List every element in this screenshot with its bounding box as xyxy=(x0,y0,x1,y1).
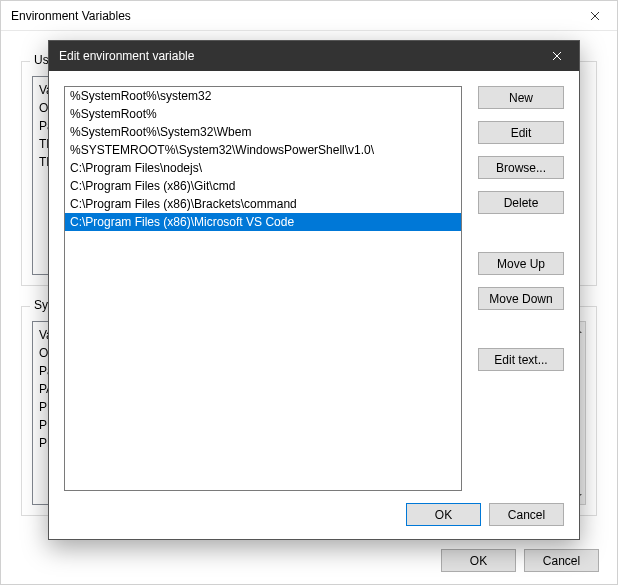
close-icon xyxy=(552,51,562,61)
edit-env-var-dialog: Edit environment variable %SystemRoot%\s… xyxy=(48,40,580,540)
child-body: %SystemRoot%\system32%SystemRoot%%System… xyxy=(64,86,564,491)
path-entry-row[interactable]: %SYSTEMROOT%\System32\WindowsPowerShell\… xyxy=(65,141,461,159)
parent-title: Environment Variables xyxy=(11,9,572,23)
path-entry-row[interactable]: C:\Program Files\nodejs\ xyxy=(65,159,461,177)
path-entry-row[interactable]: %SystemRoot%\system32 xyxy=(65,87,461,105)
close-icon xyxy=(590,11,600,21)
child-title: Edit environment variable xyxy=(59,49,534,63)
move-up-button[interactable]: Move Up xyxy=(478,252,564,275)
path-entry-row[interactable]: %SystemRoot%\System32\Wbem xyxy=(65,123,461,141)
new-button[interactable]: New xyxy=(478,86,564,109)
path-entries-list[interactable]: %SystemRoot%\system32%SystemRoot%%System… xyxy=(64,86,462,491)
child-cancel-button[interactable]: Cancel xyxy=(489,503,564,526)
move-down-button[interactable]: Move Down xyxy=(478,287,564,310)
path-entry-row[interactable]: C:\Program Files (x86)\Microsoft VS Code xyxy=(65,213,461,231)
side-buttons: New Edit Browse... Delete Move Up Move D… xyxy=(478,86,564,377)
delete-button[interactable]: Delete xyxy=(478,191,564,214)
parent-titlebar: Environment Variables xyxy=(1,1,617,31)
child-dialog-buttons: OK Cancel xyxy=(406,503,564,526)
edit-text-button[interactable]: Edit text... xyxy=(478,348,564,371)
path-entry-row[interactable]: C:\Program Files (x86)\Brackets\command xyxy=(65,195,461,213)
browse-button[interactable]: Browse... xyxy=(478,156,564,179)
parent-dialog-buttons: OK Cancel xyxy=(441,549,599,572)
child-close-button[interactable] xyxy=(534,41,579,71)
path-entry-row[interactable]: C:\Program Files (x86)\Git\cmd xyxy=(65,177,461,195)
parent-close-button[interactable] xyxy=(572,1,617,31)
path-entry-row[interactable]: %SystemRoot% xyxy=(65,105,461,123)
child-titlebar: Edit environment variable xyxy=(49,41,579,71)
parent-cancel-button[interactable]: Cancel xyxy=(524,549,599,572)
child-ok-button[interactable]: OK xyxy=(406,503,481,526)
parent-ok-button[interactable]: OK xyxy=(441,549,516,572)
edit-button[interactable]: Edit xyxy=(478,121,564,144)
